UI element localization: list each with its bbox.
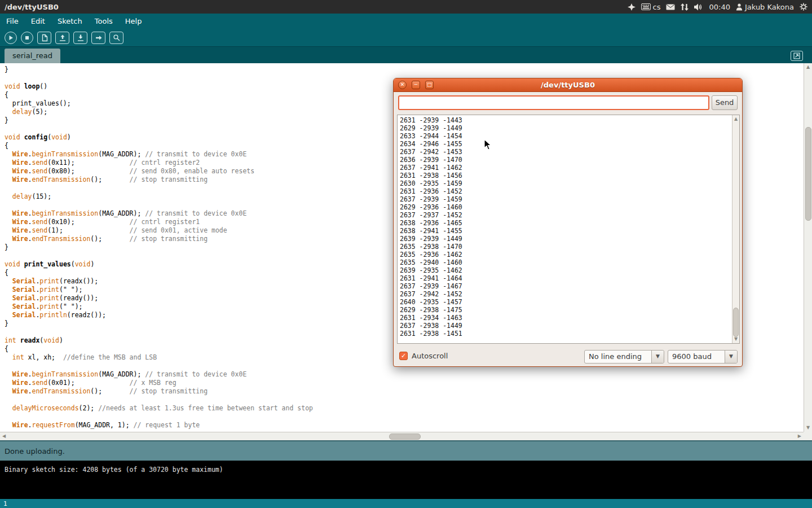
code-line: } <box>5 65 313 74</box>
editor-vertical-scrollbar[interactable]: ▲ ▼ <box>804 63 812 432</box>
mail-indicator[interactable] <box>666 4 675 10</box>
code-line: int readx(void) <box>5 336 313 345</box>
serial-output-line: 2631 -2939 -1443 <box>400 116 462 124</box>
code-line <box>5 396 313 404</box>
code-line: Wire.send(0x01); // x MSB reg <box>5 379 313 387</box>
tab-serial-read[interactable]: serial_read <box>5 49 60 63</box>
window-close-button[interactable]: ✕ <box>398 81 407 89</box>
scroll-up-arrow[interactable]: ▲ <box>806 65 810 69</box>
serial-scroll-thumb[interactable] <box>733 308 739 337</box>
code-line: { <box>5 142 313 150</box>
code-line <box>5 74 313 82</box>
serial-output-line: 2635 -2938 -1470 <box>400 243 462 251</box>
system-top-panel: /dev/ttyUSB0 cs 00:40 Jakub Kakona <box>0 0 812 14</box>
serial-scroll-down-arrow[interactable]: ▼ <box>734 337 738 341</box>
upload-button[interactable] <box>91 32 105 44</box>
editor-horizontal-scrollbar[interactable]: ◀ ▶ <box>0 432 804 440</box>
baud-rate-dropdown[interactable]: 9600 baud ▼ <box>668 350 738 364</box>
ide-console: Binary sketch size: 4208 bytes (of a 307… <box>0 461 812 499</box>
serial-window-titlebar[interactable]: /dev/ttyUSB0 ✕ ─ □ <box>394 78 742 92</box>
code-line: { <box>5 91 313 99</box>
window-minimize-button[interactable]: ─ <box>412 81 420 89</box>
code-line: print_values(); <box>5 99 313 108</box>
line-ending-dropdown[interactable]: No line ending ▼ <box>584 350 664 364</box>
editor-hscroll-thumb[interactable] <box>389 433 421 440</box>
console-message: Binary sketch size: 4208 bytes (of a 307… <box>5 466 223 474</box>
code-line: void print_values(void) <box>5 260 313 269</box>
user-menu[interactable]: Jakub Kakona <box>736 3 794 11</box>
serial-monitor-button[interactable] <box>109 32 123 44</box>
serial-monitor-window: /dev/ttyUSB0 ✕ ─ □ Send 2631 -2939 -1443… <box>393 78 743 367</box>
ide-status-bar: Done uploading. <box>0 440 812 461</box>
verify-button[interactable] <box>5 32 17 44</box>
code-line: Wire.endTransmission(); // stop transmit… <box>5 387 313 396</box>
serial-output-line: 2638 -2941 -1455 <box>400 227 462 235</box>
code-line <box>5 252 313 260</box>
new-button[interactable] <box>37 32 51 44</box>
serial-output-line: 2637 -2942 -1452 <box>400 290 462 298</box>
code-line: int xl, xh; //define the MSB and LSB <box>5 353 313 362</box>
serial-controls-row: ✓ Autoscroll No line ending ▼ 9600 baud … <box>394 348 742 365</box>
code-line: Serial.print(" "); <box>5 303 313 311</box>
up-down-arrows-icon <box>681 3 689 11</box>
volume-indicator[interactable] <box>694 3 703 11</box>
keyboard-layout-indicator[interactable]: cs <box>641 3 661 11</box>
mouse-cursor <box>484 139 492 153</box>
clock-indicator[interactable]: 00:40 <box>709 3 730 11</box>
editor-vscroll-thumb[interactable] <box>805 127 811 221</box>
code-line: Wire.send(0x80); // send 0x80, enable au… <box>5 167 313 176</box>
send-button[interactable]: Send <box>712 95 738 110</box>
code-line: Wire.endTransmission(); // stop transmit… <box>5 235 313 243</box>
keyboard-icon <box>641 3 651 10</box>
code-line: Wire.send(1); // send 0x01, active mode <box>5 226 313 235</box>
serial-output-line: 2631 -2934 -1463 <box>400 314 462 322</box>
scrollbar-corner <box>804 432 812 440</box>
code-line: Wire.beginTransmission(MAG_ADDR); // tra… <box>5 150 313 159</box>
window-maximize-button[interactable]: □ <box>425 81 434 89</box>
scroll-left-arrow[interactable]: ◀ <box>2 434 6 439</box>
code-line: Wire.requestFrom(MAG_ADDR, 1); // reques… <box>5 421 313 430</box>
serial-output-line: 2637 -2938 -1449 <box>400 322 462 330</box>
tab-menu-icon <box>793 52 800 59</box>
session-menu[interactable] <box>800 3 807 11</box>
autoscroll-checkbox[interactable]: ✓ <box>399 352 408 360</box>
menu-sketch[interactable]: Sketch <box>51 14 89 29</box>
save-button[interactable] <box>73 32 87 44</box>
code-line <box>5 184 313 192</box>
serial-output-line: 2639 -2935 -1462 <box>400 266 462 274</box>
serial-output-line: 2639 -2939 -1449 <box>400 235 462 243</box>
menu-edit[interactable]: Edit <box>25 14 51 29</box>
code-line: void config(void) <box>5 133 313 142</box>
serial-send-input[interactable] <box>398 95 709 110</box>
code-line: } <box>5 243 313 252</box>
tab-menu-button[interactable] <box>791 51 803 61</box>
scroll-right-arrow[interactable]: ▶ <box>798 434 801 439</box>
menu-help[interactable]: Help <box>119 14 148 29</box>
menu-file[interactable]: File <box>0 14 25 29</box>
code-line <box>5 125 313 133</box>
serial-output-line: 2637 -2939 -1467 <box>400 282 462 290</box>
stop-button[interactable] <box>21 32 33 44</box>
status-message: Done uploading. <box>5 447 65 456</box>
code-line: delay(5); <box>5 108 313 116</box>
scroll-down-arrow[interactable]: ▼ <box>806 426 810 430</box>
serial-scroll-up-arrow[interactable]: ▲ <box>734 117 738 121</box>
serial-output-text: 2631 -2939 -14432629 -2939 -14492633 -29… <box>400 116 462 338</box>
open-button[interactable] <box>55 32 69 44</box>
code-line <box>5 413 313 421</box>
serial-output-line: 2640 -2935 -1457 <box>400 298 462 306</box>
gear-icon <box>800 3 807 11</box>
menu-tools[interactable]: Tools <box>89 14 119 29</box>
code-line: Wire.send(0x11); // cntrl register2 <box>5 159 313 167</box>
chevron-down-icon[interactable]: ▼ <box>651 351 664 363</box>
serial-scrollbar[interactable]: ▲ ▼ <box>732 115 739 343</box>
chevron-down-icon[interactable]: ▼ <box>725 351 737 363</box>
code-line: Serial.print(readx()); <box>5 277 313 286</box>
code-line: Serial.print(ready()); <box>5 294 313 303</box>
indicator-applet-icon[interactable] <box>628 3 636 11</box>
code-text: } void loop(){ print_values(); delay(5);… <box>5 65 313 430</box>
ide-tab-bar: serial_read <box>0 46 812 63</box>
network-sync-indicator[interactable] <box>681 3 689 11</box>
envelope-icon <box>666 4 675 10</box>
serial-output-line: 2636 -2939 -1470 <box>400 156 462 164</box>
